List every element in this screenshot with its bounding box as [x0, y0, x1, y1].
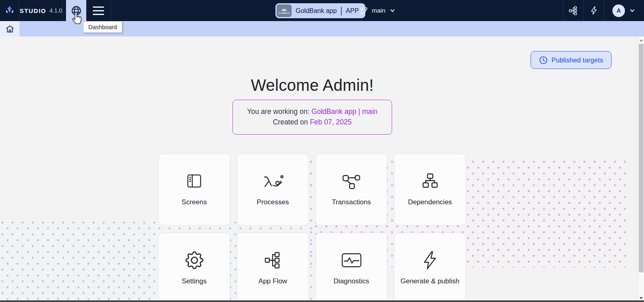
goldbank-crown-logo: GoldBank [277, 4, 292, 17]
crown-icon [281, 8, 287, 11]
pill-separator: | [340, 6, 342, 16]
card-label: Dependencies [408, 198, 452, 206]
card-app-flow[interactable]: App Flow [237, 233, 309, 302]
hand-cursor-icon [71, 12, 82, 24]
created-on-date: Feb 07, 2025 [310, 118, 352, 126]
app-type-badge: APP [346, 7, 359, 15]
card-label: Screens [181, 198, 207, 206]
card-label: Transactions [332, 198, 371, 206]
card-generate-publish[interactable]: Generate & publish [394, 233, 466, 302]
clock-icon [539, 56, 548, 64]
generate-publish-icon [422, 250, 438, 270]
scrollbar-thumb[interactable] [639, 44, 644, 272]
vertical-scrollbar[interactable] [638, 36, 644, 302]
working-on-prefix: You are working on: [247, 107, 309, 116]
brand-version: 4.1.0 [49, 7, 62, 14]
hamburger-icon [93, 6, 104, 8]
page-title: Welcome Admin! [158, 76, 466, 94]
transactions-icon [342, 171, 361, 191]
processes-icon [262, 171, 284, 191]
app-flow-nav-button[interactable] [563, 0, 583, 21]
card-label: Settings [182, 277, 207, 285]
published-targets-label: Published targets [552, 56, 603, 64]
card-label: App Flow [258, 277, 287, 285]
tooltip-text: Dashboard [88, 24, 117, 30]
card-label: Processes [257, 198, 289, 206]
screens-icon [186, 171, 203, 191]
chevron-down-icon[interactable] [629, 7, 635, 14]
card-dependencies[interactable]: Dependencies [394, 154, 466, 225]
chevron-down-icon[interactable] [389, 7, 396, 14]
card-screens[interactable]: Screens [158, 154, 230, 225]
app-flow-icon [264, 250, 282, 270]
top-navbar: STUDIO 4.1.0 GoldBank GoldBank app [0, 0, 644, 21]
brand: STUDIO 4.1.0 [19, 0, 63, 21]
working-on-box: You are working on: GoldBank app | main … [232, 100, 392, 135]
profile-menu[interactable]: A [603, 0, 644, 21]
branch-selector[interactable]: main [360, 0, 396, 21]
card-label: Generate & publish [401, 277, 460, 285]
studio-gem-logo-icon [4, 5, 15, 16]
scroll-up-arrow-icon[interactable] [640, 39, 643, 41]
card-label: Diagnostics [334, 277, 369, 285]
branch-name: main [372, 7, 386, 14]
sitemap-icon [569, 6, 578, 15]
avatar[interactable]: A [612, 4, 625, 17]
git-branch-icon [360, 6, 368, 15]
settings-icon [186, 250, 203, 270]
card-settings[interactable]: Settings [158, 233, 230, 302]
tooltip: Dashboard [83, 21, 122, 33]
card-transactions[interactable]: Transactions [316, 154, 387, 225]
nav-divider [111, 0, 111, 21]
current-app-button[interactable]: GoldBank GoldBank app | APP [275, 3, 365, 18]
main-menu-button[interactable] [86, 0, 111, 21]
published-targets-button[interactable]: Published targets [531, 51, 612, 69]
card-processes[interactable]: Processes [237, 154, 309, 225]
card-diagnostics[interactable]: Diagnostics [316, 233, 387, 302]
dashboard-card-grid: Screens Processes Transactions Dependenc… [158, 154, 466, 302]
brand-name: STUDIO [20, 7, 47, 14]
diagnostics-icon [341, 250, 362, 270]
dashboard-main: Published targets Welcome Admin! You are… [0, 36, 638, 302]
working-on-link[interactable]: GoldBank app | main [311, 107, 377, 116]
studio-gem-logo[interactable] [0, 0, 19, 21]
pill-logo-text: GoldBank [279, 12, 290, 14]
app-window: STUDIO 4.1.0 GoldBank GoldBank app [0, 0, 644, 302]
lightning-icon [589, 6, 598, 15]
home-button[interactable] [0, 21, 19, 36]
window-bottom-edge [0, 300, 644, 302]
home-icon [5, 24, 15, 34]
dependencies-icon [420, 171, 440, 191]
scroll-down-arrow-icon[interactable] [640, 297, 643, 299]
created-on-prefix: Created on [273, 118, 308, 126]
generate-publish-nav-button[interactable] [583, 0, 603, 21]
app-name: GoldBank app [296, 7, 337, 15]
